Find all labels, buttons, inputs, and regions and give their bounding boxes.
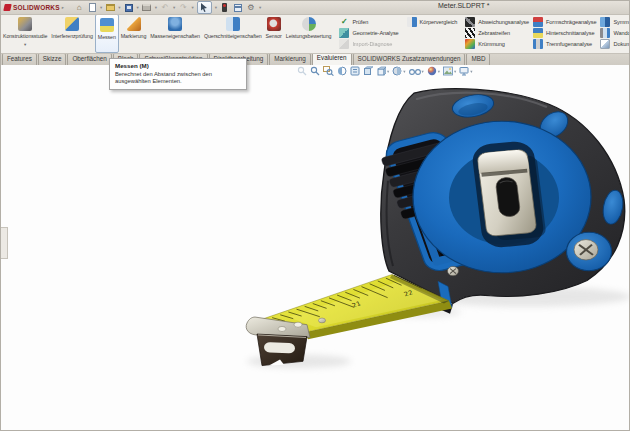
ribbon-button-masseneigenschaften[interactable]: Masseneigenschaften: [148, 14, 202, 53]
draft-analysis-icon: [533, 17, 543, 27]
edit-appearance-icon[interactable]: ▾: [427, 66, 440, 76]
file-properties-icon[interactable]: [233, 3, 243, 13]
belt-clip: [477, 148, 547, 241]
featuremanager-collapsed-handle[interactable]: [1, 227, 8, 259]
ribbon-item-abweichungsanalyse[interactable]: Abweichungsanalyse: [465, 17, 529, 27]
tooltip-title: Messen (M): [115, 62, 241, 69]
ribbon-item-koerpervergleich[interactable]: Körpervergleich: [407, 17, 458, 27]
ribbon-button-label: Konstruktionsstudie: [3, 33, 47, 39]
new-document-icon[interactable]: [87, 3, 97, 13]
import-diagnostics-icon: [339, 39, 349, 49]
app-logo[interactable]: SOLIDWORKS ▸: [4, 4, 64, 11]
tab-mbd[interactable]: MBD: [466, 53, 490, 65]
tab-markierung[interactable]: Markierung: [269, 53, 311, 65]
graphics-viewport[interactable]: ▾ ▾ ▾ ▾ ▾ ▾: [1, 65, 630, 431]
zoom-area-icon[interactable]: [310, 66, 320, 76]
apply-scene-icon[interactable]: ▾: [443, 66, 456, 76]
mass-properties-icon: [168, 17, 182, 31]
ribbon-item-label: Import-Diagnose: [352, 41, 392, 47]
ribbon-button-sensor[interactable]: Sensor: [264, 14, 284, 53]
save-icon[interactable]: [124, 3, 134, 13]
dropdown-caret-icon[interactable]: ▾: [24, 42, 26, 47]
rebuild-icon[interactable]: [220, 3, 230, 13]
compare-documents-icon: [600, 39, 610, 49]
check-icon: ✓: [339, 17, 349, 27]
hide-show-items-icon[interactable]: ▾: [409, 67, 424, 76]
quick-access-toolbar: ⌂ ▾ ▾ ▾ ▾ ↶▾ ↷▾ ▾ ⚙ ▾: [74, 1, 261, 14]
dropdown-caret-icon[interactable]: ▾: [422, 69, 424, 74]
display-style-icon[interactable]: ▾: [392, 66, 405, 76]
undo-icon[interactable]: ↶: [160, 3, 170, 13]
select-caret-icon[interactable]: ▾: [215, 5, 217, 10]
ribbon-item-dokumente-vergleichen[interactable]: Dokumente vergleichen: [600, 39, 630, 49]
ribbon-item-wanddicken-analyse[interactable]: Wanddicken-Analyse: [600, 28, 630, 38]
ribbon-button-label: Leistungsbewertung: [286, 33, 332, 39]
open-caret-icon[interactable]: ▾: [118, 5, 120, 10]
print-icon[interactable]: [142, 3, 152, 13]
ribbon-stack-analyse-3: Symmetrieprüfung Wanddicken-Analyse Doku…: [598, 14, 630, 53]
ribbon-button-leistungsbewertung[interactable]: Leistungsbewertung: [284, 14, 334, 53]
zoom-selection-icon[interactable]: [323, 66, 334, 76]
view-settings-icon[interactable]: ▾: [459, 66, 472, 76]
ribbon-button-label: Markierung: [121, 33, 147, 39]
brand-menu-caret-icon[interactable]: ▸: [62, 5, 64, 10]
tab-solidworks-zusatzanwendungen[interactable]: SOLIDWORKS Zusatzanwendungen: [353, 53, 466, 65]
dynamic-annotation-icon[interactable]: [350, 66, 360, 76]
title-bar: SOLIDWORKS ▸ ⌂ ▾ ▾ ▾ ▾ ↶▾ ↷▾ ▾ ⚙ ▾ Meter…: [1, 1, 629, 15]
ribbon-stack-analyse-2: Formschrägeanalyse Hinterschnittanalyse …: [531, 14, 598, 53]
ribbon-button-label: Masseneigenschaften: [150, 33, 200, 39]
ribbon-item-label: Formschrägeanalyse: [546, 19, 596, 25]
ribbon-item-geometrie-analyse[interactable]: Geometrie-Analyse: [339, 28, 398, 38]
ribbon-button-markierung[interactable]: Markierung: [119, 14, 149, 53]
home-icon[interactable]: ⌂: [74, 3, 84, 13]
ribbon-button-interferenzpruefung[interactable]: Interferenzprüfung: [49, 14, 95, 53]
ribbon-item-pruefen[interactable]: ✓ Prüfen: [339, 17, 398, 27]
ribbon-item-trennfugenanalyse[interactable]: Trennfugenanalyse: [533, 39, 596, 49]
ribbon-item-label: Symmetrieprüfung: [613, 19, 630, 25]
ribbon-toolbar: Konstruktionsstudie ▾ Interferenzprüfung…: [1, 14, 629, 54]
brand-name: SOLIDWORKS: [13, 4, 60, 11]
ribbon-button-konstruktionsstudie[interactable]: Konstruktionsstudie ▾: [1, 14, 49, 53]
print-caret-icon[interactable]: ▾: [155, 5, 157, 10]
ribbon-item-label: Abweichungsanalyse: [478, 19, 529, 25]
options-caret-icon[interactable]: ▾: [259, 5, 261, 10]
dropdown-caret-icon[interactable]: ▾: [438, 69, 440, 74]
select-arrow-icon[interactable]: [197, 1, 212, 14]
zoom-fit-icon[interactable]: [297, 66, 307, 76]
new-caret-icon[interactable]: ▾: [100, 5, 102, 10]
messen-tooltip: Messen (M) Berechnet den Abstand zwische…: [109, 58, 247, 90]
save-caret-icon[interactable]: ▾: [137, 5, 139, 10]
ribbon-item-label: Körpervergleich: [420, 19, 458, 25]
ribbon-item-label: Hinterschnittanalyse: [546, 30, 594, 36]
view-orientation-icon[interactable]: ▾: [376, 66, 389, 76]
section-view-icon[interactable]: [337, 66, 347, 76]
open-icon[interactable]: [105, 3, 115, 13]
tape-measure-model[interactable]: 22 21: [1, 65, 630, 431]
geometry-analysis-icon: [339, 28, 349, 38]
zebra-stripes-icon: [465, 28, 475, 38]
ribbon-button-querschnitteigenschaften[interactable]: Querschnitteigenschaften: [202, 14, 264, 53]
tab-oberflaechen[interactable]: Oberflächen: [67, 53, 111, 65]
ribbon-item-symmetriepruefung[interactable]: Symmetrieprüfung: [600, 17, 630, 27]
options-gear-icon[interactable]: ⚙: [246, 3, 256, 13]
ribbon-item-label: Wanddicken-Analyse: [613, 30, 630, 36]
redo-icon[interactable]: ↷: [178, 3, 188, 13]
compare-bodies-icon: [407, 17, 417, 27]
ribbon-item-formschraegeanalyse[interactable]: Formschrägeanalyse: [533, 17, 596, 27]
dropdown-caret-icon[interactable]: ▾: [470, 69, 472, 74]
undercut-analysis-icon: [533, 28, 543, 38]
ribbon-button-label: Interferenzprüfung: [51, 33, 93, 39]
tab-skizze[interactable]: Skizze: [38, 53, 67, 65]
interference-check-icon: [65, 17, 79, 31]
ribbon-item-hinterschnittanalyse[interactable]: Hinterschnittanalyse: [533, 28, 596, 38]
dropdown-caret-icon[interactable]: ▾: [403, 69, 405, 74]
dropdown-caret-icon[interactable]: ▾: [454, 69, 456, 74]
tab-features[interactable]: Features: [2, 53, 37, 65]
document-title: Meter.SLDPRT *: [438, 2, 490, 9]
3d-views-icon[interactable]: [363, 66, 373, 76]
ribbon-button-messen[interactable]: Messen: [95, 14, 119, 53]
ribbon-item-zebrastreifen[interactable]: Zebrastreifen: [465, 28, 529, 38]
dropdown-caret-icon[interactable]: ▾: [387, 69, 389, 74]
ribbon-item-kruemmung[interactable]: Krümmung: [465, 39, 529, 49]
section-properties-icon: [226, 17, 240, 31]
